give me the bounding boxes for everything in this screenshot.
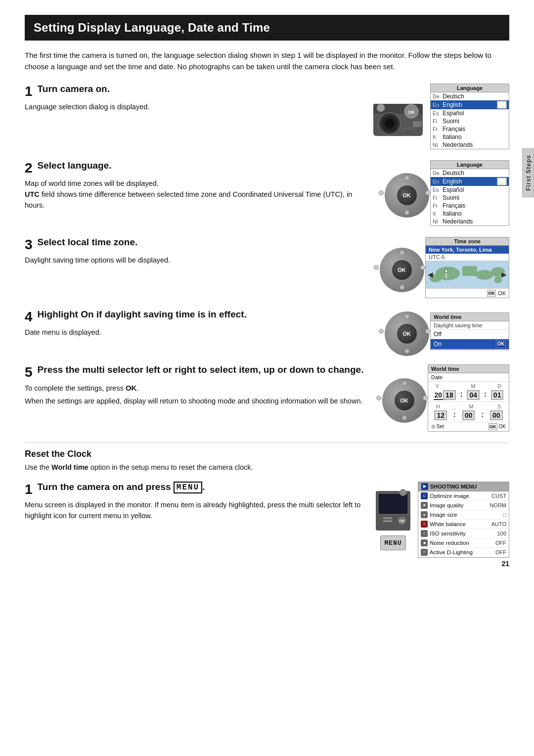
wb-icon: Y <box>421 521 428 528</box>
date-time-values-row: 12 : 00 : 00 <box>428 410 509 422</box>
sidebar-tab-first-steps: First Steps <box>522 148 534 197</box>
intro-text: The first time the camera is turned on, … <box>25 49 509 73</box>
svg-text:0: 0 <box>403 126 405 131</box>
menu-text: MENU <box>174 482 202 493</box>
step-5-ok: OK <box>126 384 137 392</box>
step-3-multiselector: OK <box>378 245 420 290</box>
ms-ring-container-5: OK <box>382 378 422 418</box>
ms-dot-left-4 <box>379 329 384 334</box>
menu-step-body: Menu screen is displayed in the monitor.… <box>25 499 363 522</box>
quality-value: NORM <box>490 502 506 508</box>
svg-text:OK: OK <box>400 519 405 523</box>
step-4-title: 4 Highlight On if daylight saving time i… <box>25 309 373 324</box>
section-divider <box>25 443 509 443</box>
shooting-mode-icon: ▶ <box>421 483 428 490</box>
lang-row-fi-2: Fi Suomi <box>431 194 509 202</box>
step-3-number: 3 <box>25 238 33 252</box>
ms-center-4: OK <box>397 324 417 344</box>
ms-dot-bottom-5 <box>402 415 407 420</box>
page-title: Setting Display Language, Date and Time <box>25 15 509 41</box>
ms-ring: OK <box>385 173 429 218</box>
svg-rect-8 <box>413 121 422 127</box>
ms-dot-bottom-3 <box>400 285 404 290</box>
lang-row-it: It Italiano <box>431 133 509 141</box>
ms-dot-left <box>379 190 384 195</box>
tz-ok-label: OK <box>498 290 506 296</box>
step-1-lang-panel: Language De Deutsch En English OK Es Esp… <box>430 84 509 149</box>
date-month-value: 04 <box>467 390 480 400</box>
step-1-title: 1 Turn camera on. <box>25 84 361 98</box>
menu-step-right: OK MENU ▶ SHOOTING MENU C Optimize image… <box>373 482 509 558</box>
wt-option-off: Off <box>431 330 509 339</box>
ms-dot-right <box>425 190 430 195</box>
noise-value: OFF <box>495 540 506 546</box>
lang-row-en: En English OK <box>431 100 509 109</box>
shooting-row-quality: ■ Image quality NORM <box>418 501 509 510</box>
wb-value: AUTO <box>491 521 506 527</box>
svg-rect-14 <box>462 266 477 276</box>
step-4-section: 4 Highlight On if daylight saving time i… <box>25 309 509 354</box>
lang-row-es-2: Es Español <box>431 186 509 194</box>
reset-clock-title: Reset the Clock <box>25 449 509 459</box>
svg-rect-25 <box>383 520 392 522</box>
svg-point-20 <box>445 269 448 272</box>
step-4-wt-panel: World time Daylight saving time Off On O… <box>430 312 509 350</box>
step-2-body2: UTC field shows time difference between … <box>25 189 373 211</box>
step-4-body: Date menu is displayed. <box>25 327 373 338</box>
optimize-icon: C <box>421 492 428 499</box>
iso-value: 100 <box>497 531 506 536</box>
lang-row-nl: Nl Nederlands <box>431 141 509 149</box>
step-4-number: 4 <box>25 310 33 324</box>
ms-center: OK <box>397 185 417 205</box>
ms-dot-top <box>404 176 409 180</box>
step-4-right: OK World time Daylight saving time Off O… <box>383 309 509 354</box>
date-min-value: 00 <box>462 410 475 420</box>
shooting-menu-title: SHOOTING MENU <box>430 484 477 489</box>
ms-ring-container-3: OK <box>380 248 419 287</box>
step-5-title-text: Press the multi selector left or right t… <box>38 364 364 375</box>
step-5-title: 5 Press the multi selector left or right… <box>25 364 371 379</box>
date-subtitle: Date <box>428 373 509 382</box>
lang-row-es: Es Español <box>431 109 509 117</box>
camera-with-menu-svg: OK <box>373 489 413 533</box>
world-map-svg <box>426 261 509 288</box>
size-label: Image size <box>430 512 501 518</box>
adl-value: OFF <box>495 549 506 555</box>
tz-arrow-right: ▶ <box>501 270 507 278</box>
menu-button-label[interactable]: MENU <box>380 535 406 550</box>
step-5-left: 5 Press the multi selector left or right… <box>25 364 381 407</box>
step-3-right: OK Time zone New York, Toronto, Lima UTC… <box>378 237 509 298</box>
shooting-row-optimize: C Optimize image CUST <box>418 491 509 501</box>
tz-arrow-left: ◀ <box>428 270 433 278</box>
adl-icon: ? <box>421 549 428 556</box>
quality-icon: ■ <box>421 502 428 509</box>
tz-ok-bar: OK OK <box>426 288 509 298</box>
ms-ring-container-4: OK <box>385 311 424 351</box>
shooting-row-adl: ? Active D-Lighting OFF <box>418 548 509 557</box>
shooting-row-noise: ◆ Noise reduction OFF <box>418 538 509 548</box>
date-day-value: 01 <box>491 390 504 400</box>
reset-section: Reset the Clock Use the World time optio… <box>25 449 509 473</box>
page-container: Setting Display Language, Date and Time … <box>0 0 534 578</box>
lang-row-de: De Deutsch <box>431 92 509 100</box>
menu-step-title: 1 Turn the camera on and press MENU. <box>25 482 363 496</box>
wt-off-label: Off <box>434 331 442 338</box>
wt-on-label: On <box>434 341 442 348</box>
step-3-left: 3 Select local time zone. Daylight savin… <box>25 237 378 266</box>
lang-row-it-2: It Italiano <box>431 210 509 218</box>
svg-text:2: 2 <box>412 126 414 131</box>
camera-top-svg: OK 0 0 2 <box>371 94 425 138</box>
ms-dot-top-4 <box>404 314 409 319</box>
shooting-menu-panel: ▶ SHOOTING MENU C Optimize image CUST ■ … <box>418 482 509 558</box>
ms-center-5: OK <box>395 391 414 410</box>
date-hms-labels: H M S <box>428 402 509 410</box>
step-4-left: 4 Highlight On if daylight saving time i… <box>25 309 383 338</box>
lang-row-fr-2: Fr Français <box>431 202 509 210</box>
step-2-body1: Map of world time zones will be displaye… <box>25 178 373 189</box>
ms-dot-top-5 <box>402 381 407 386</box>
step-3-title: 3 Select local time zone. <box>25 237 368 252</box>
tz-ok-icon: OK <box>487 290 496 297</box>
step-1-body: Language selection dialog is displayed. <box>25 101 361 112</box>
noise-label: Noise reduction <box>430 540 493 546</box>
svg-point-17 <box>494 276 502 283</box>
